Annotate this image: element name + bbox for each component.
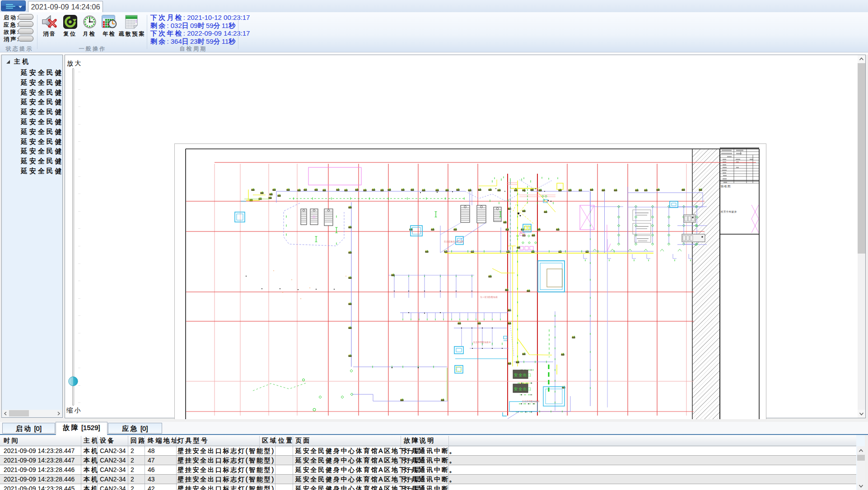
svg-text:安全出口: 安全出口 — [514, 373, 532, 377]
svg-text:应急疏散指示平面图: 应急疏散指示平面图 — [444, 240, 464, 243]
svg-text:AL1: AL1 — [520, 232, 524, 234]
svg-text:验收图: 验收图 — [721, 185, 731, 188]
svg-text:安全出口: 安全出口 — [514, 387, 532, 391]
svg-text:应急照明配电箱体: 应急照明配电箱体 — [473, 341, 491, 344]
svg-text:延安全民健身: 延安全民健身 — [720, 210, 737, 213]
svg-text:应急照明配电箱体: 应急照明配电箱体 — [522, 400, 540, 403]
svg-text:负一层消防配电箱: 负一层消防配电箱 — [480, 296, 498, 299]
